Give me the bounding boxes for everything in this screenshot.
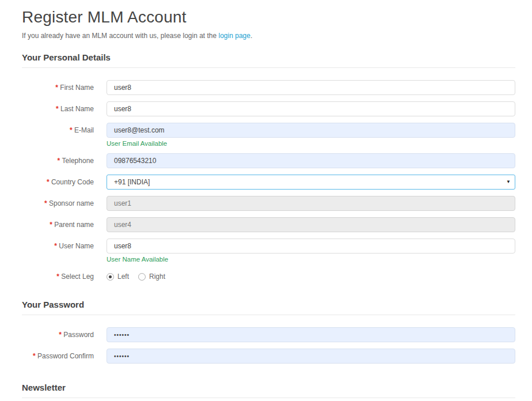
- select-leg-label: Select Leg: [22, 269, 94, 281]
- leg-left-label: Left: [117, 273, 129, 281]
- parent-name-label: Parent name: [22, 217, 94, 229]
- personal-details-heading: Your Personal Details: [22, 52, 515, 68]
- last-name-label: Last Name: [22, 101, 94, 113]
- email-available-message: User Email Available: [107, 140, 515, 147]
- country-code-select[interactable]: +91 [INDIA]: [107, 175, 515, 190]
- password-section: Your Password Password Password Confirm: [22, 287, 515, 370]
- first-name-row: First Name: [22, 80, 515, 95]
- user-name-label: User Name: [22, 239, 94, 250]
- password-confirm-input[interactable]: [107, 349, 515, 364]
- page-title: Register MLM Account: [22, 8, 515, 27]
- email-row: E-Mail User Email Available: [22, 123, 515, 147]
- telephone-input[interactable]: [107, 153, 515, 168]
- parent-name-input: [107, 217, 515, 232]
- last-name-input[interactable]: [107, 101, 515, 116]
- login-hint-text: If you already have an MLM account with …: [22, 32, 219, 40]
- login-page-link[interactable]: login page: [219, 32, 250, 40]
- sponsor-name-label: Sponsor name: [22, 196, 94, 207]
- leg-right-label: Right: [149, 273, 165, 281]
- password-confirm-label: Password Confirm: [22, 349, 94, 360]
- user-name-input[interactable]: [107, 239, 515, 254]
- sponsor-name-row: Sponsor name: [22, 196, 515, 211]
- radio-left-icon: [107, 273, 114, 281]
- last-name-row: Last Name: [22, 101, 515, 116]
- user-name-row: User Name User Name Available: [22, 239, 515, 263]
- password-heading: Your Password: [22, 300, 515, 315]
- telephone-label: Telephone: [22, 153, 94, 165]
- country-code-row: Country Code +91 [INDIA] ▼: [22, 175, 515, 190]
- login-hint: If you already have an MLM account with …: [22, 32, 515, 40]
- personal-details-section: Your Personal Details First Name Last Na…: [22, 40, 515, 287]
- email-input[interactable]: [107, 123, 515, 138]
- radio-right-icon: [138, 273, 146, 281]
- newsletter-heading: Newsletter: [22, 383, 515, 398]
- country-code-label: Country Code: [22, 175, 94, 186]
- parent-name-row: Parent name: [22, 217, 515, 232]
- sponsor-name-input: [107, 196, 515, 211]
- password-input[interactable]: [107, 327, 515, 342]
- login-hint-period: .: [250, 32, 252, 40]
- leg-right-option[interactable]: Right: [138, 273, 165, 281]
- select-leg-row: Select Leg Left Right: [22, 269, 515, 281]
- password-label: Password: [22, 327, 94, 339]
- first-name-input[interactable]: [107, 80, 515, 95]
- first-name-label: First Name: [22, 80, 94, 92]
- password-confirm-row: Password Confirm: [22, 349, 515, 364]
- register-page: Register MLM Account If you already have…: [0, 0, 532, 401]
- password-row: Password: [22, 327, 515, 342]
- leg-left-option[interactable]: Left: [107, 273, 129, 281]
- email-label: E-Mail: [22, 123, 94, 134]
- telephone-row: Telephone: [22, 153, 515, 168]
- user-name-available-message: User Name Available: [107, 256, 515, 263]
- newsletter-section: Newsletter Subscribe Yes No: [22, 370, 515, 401]
